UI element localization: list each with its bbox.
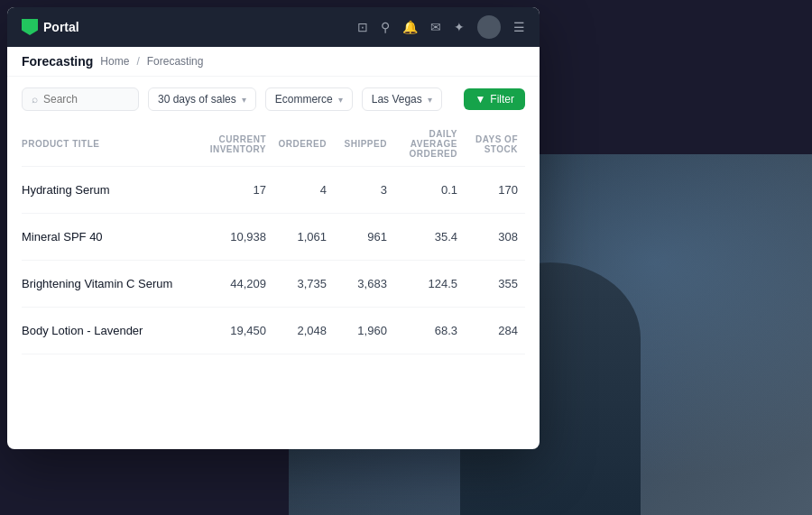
cell-product: Hydrating Serum: [22, 167, 198, 214]
breadcrumb-current: Forecasting: [147, 55, 204, 68]
sales-period-label: 30 days of sales: [158, 93, 236, 106]
filter-icon: ▼: [475, 93, 485, 106]
search-input[interactable]: [43, 93, 115, 106]
cell-inventory: 44,209: [198, 261, 273, 308]
mail-icon[interactable]: ✉: [430, 20, 441, 34]
star-icon[interactable]: ✦: [454, 20, 465, 34]
cell-daily-avg: 35.4: [394, 214, 465, 261]
app-window: Portal ⊡ ⚲ 🔔 ✉ ✦ ☰ Forecasting Home / Fo…: [7, 7, 540, 449]
menu-icon[interactable]: ☰: [513, 20, 525, 34]
cell-inventory: 19,450: [198, 308, 273, 354]
cell-daily-avg: 0.1: [394, 167, 465, 214]
cell-shipped: 1,960: [334, 308, 394, 354]
col-header-days-stock: Days of Stock: [465, 122, 525, 167]
toolbar: ⌕ 30 days of sales ▾ Ecommerce ▾ Las Veg…: [7, 77, 540, 122]
navbar-icons: ⊡ ⚲ 🔔 ✉ ✦ ☰: [357, 15, 525, 39]
search-box[interactable]: ⌕: [22, 87, 139, 111]
logo: Portal: [22, 19, 79, 35]
search-icon[interactable]: ⚲: [381, 20, 390, 34]
logo-icon: [22, 19, 38, 35]
cell-product: Mineral SPF 40: [22, 214, 198, 261]
logo-text: Portal: [43, 20, 79, 34]
cell-shipped: 961: [334, 214, 394, 261]
cell-daily-avg: 124.5: [394, 261, 465, 308]
col-header-inventory: Current Inventory: [198, 122, 273, 167]
cell-product: Body Lotion - Lavender: [22, 308, 198, 354]
breadcrumb-separator: Home: [100, 55, 129, 68]
monitor-icon[interactable]: ⊡: [357, 20, 368, 34]
cell-days-stock: 170: [465, 167, 525, 214]
table-row: Mineral SPF 40 10,938 1,061 961 35.4 308: [22, 214, 525, 261]
page-title: Forecasting: [22, 54, 93, 69]
search-icon: ⌕: [32, 93, 38, 106]
filter-button[interactable]: ▼ Filter: [464, 88, 525, 110]
table-row: Brightening Vitamin C Serum 44,209 3,735…: [22, 261, 525, 308]
breadcrumb: Forecasting Home / Forecasting: [7, 47, 540, 77]
avatar[interactable]: [477, 15, 501, 39]
location-label: Las Vegas: [372, 93, 422, 106]
cell-ordered: 2,048: [273, 308, 334, 354]
cell-product: Brightening Vitamin C Serum: [22, 261, 198, 308]
cell-inventory: 10,938: [198, 214, 273, 261]
breadcrumb-sep2: /: [136, 55, 139, 68]
navbar: Portal ⊡ ⚲ 🔔 ✉ ✦ ☰: [7, 7, 540, 47]
chevron-down-icon: ▾: [338, 95, 343, 105]
cell-ordered: 4: [273, 167, 334, 214]
cell-daily-avg: 68.3: [394, 308, 465, 354]
location-dropdown[interactable]: Las Vegas ▾: [362, 87, 442, 111]
bell-icon[interactable]: 🔔: [402, 20, 418, 34]
cell-days-stock: 284: [465, 308, 525, 354]
cell-ordered: 1,061: [273, 214, 334, 261]
table-row: Body Lotion - Lavender 19,450 2,048 1,96…: [22, 308, 525, 354]
cell-days-stock: 355: [465, 261, 525, 308]
channel-label: Ecommerce: [275, 93, 333, 106]
col-header-ordered: Ordered: [273, 122, 334, 167]
col-header-product: Product Title: [22, 122, 198, 167]
filter-label: Filter: [490, 93, 514, 106]
sales-period-dropdown[interactable]: 30 days of sales ▾: [148, 87, 256, 111]
cell-days-stock: 308: [465, 214, 525, 261]
cell-shipped: 3,683: [334, 261, 394, 308]
table-row: Hydrating Serum 17 4 3 0.1 170: [22, 167, 525, 214]
cell-ordered: 3,735: [273, 261, 334, 308]
col-header-daily-avg: Daily Average Ordered: [394, 122, 465, 167]
chevron-down-icon: ▾: [242, 95, 246, 105]
chevron-down-icon: ▾: [428, 95, 432, 105]
cell-inventory: 17: [198, 167, 273, 214]
table-container: Product Title Current Inventory Ordered …: [7, 122, 540, 449]
cell-shipped: 3: [334, 167, 394, 214]
col-header-shipped: Shipped: [334, 122, 394, 167]
channel-dropdown[interactable]: Ecommerce ▾: [265, 87, 353, 111]
inventory-table: Product Title Current Inventory Ordered …: [22, 122, 525, 354]
